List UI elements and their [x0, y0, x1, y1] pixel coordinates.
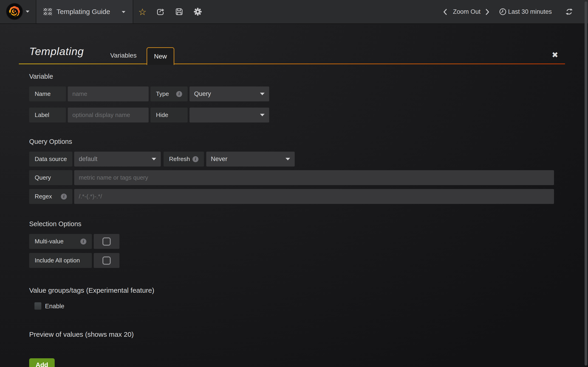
close-editor-icon[interactable]: ✖ [552, 51, 558, 59]
datasource-label: Data source [29, 152, 72, 167]
dashboard-title[interactable]: Templating Guide [57, 0, 110, 23]
time-shift-forward-icon[interactable] [485, 8, 490, 15]
main-menu-caret-icon[interactable] [26, 10, 29, 13]
enable-label: Enable [45, 303, 64, 310]
settings-gear-icon[interactable] [193, 7, 202, 16]
type-select[interactable]: Query [190, 86, 269, 101]
name-input[interactable] [68, 86, 149, 101]
scrollbar-thumb[interactable] [585, 1, 587, 366]
add-button-label: Add [36, 361, 48, 367]
hide-label: Hide [150, 108, 188, 123]
refresh-icon[interactable] [565, 8, 573, 16]
tab-new-label: New [154, 53, 167, 60]
include-all-label: Include All option [29, 253, 92, 268]
save-dashboard-icon[interactable] [175, 8, 183, 16]
enable-checkbox[interactable] [35, 302, 41, 310]
query-input[interactable] [74, 170, 554, 185]
label-input[interactable] [68, 108, 149, 123]
hide-select-caret-icon [260, 114, 265, 116]
star-dashboard-icon[interactable]: ☆ [138, 7, 147, 17]
preview-heading: Preview of values (shows max 20) [29, 331, 134, 338]
regex-label: Regex i [29, 189, 72, 204]
include-all-checkbox-box [103, 257, 111, 265]
multi-value-checkbox-box [103, 237, 111, 246]
refresh-select-value: Never [211, 156, 227, 163]
tab-new[interactable]: New [147, 47, 174, 65]
variable-section-heading: Variable [29, 73, 53, 80]
datasource-select-value: default [79, 156, 97, 163]
multi-value-checkbox[interactable] [94, 234, 120, 249]
zoom-out-button[interactable]: Zoom Out [453, 0, 481, 23]
regex-input[interactable] [74, 189, 554, 204]
type-select-value: Query [194, 90, 211, 98]
label-label: Label [29, 108, 66, 123]
clock-icon [499, 8, 507, 16]
type-select-caret-icon [260, 93, 265, 95]
query-options-heading: Query Options [29, 138, 72, 145]
multi-value-info-icon[interactable]: i [80, 239, 86, 244]
query-label: Query [29, 170, 72, 185]
include-all-checkbox[interactable] [94, 253, 120, 268]
time-range-picker[interactable]: Last 30 minutes [508, 0, 552, 23]
name-label: Name [29, 86, 66, 101]
refresh-label: Refresh i [164, 152, 204, 167]
datasource-select-caret-icon [152, 158, 156, 160]
navbar-separator-2 [133, 0, 133, 23]
refresh-select-caret-icon [285, 158, 290, 160]
datasource-select[interactable]: default [74, 152, 161, 167]
type-label: Type i [150, 86, 188, 101]
regex-info-icon[interactable]: i [61, 194, 67, 200]
refresh-info-icon[interactable]: i [192, 156, 199, 162]
editor-title: Templating [29, 45, 84, 58]
tab-underline [19, 64, 565, 64]
add-button[interactable]: Add [29, 358, 55, 367]
multi-value-label: Multi-value i [29, 234, 92, 249]
grafana-dashboard-settings: Templating Guide ☆ [0, 0, 588, 367]
grafana-logo[interactable] [6, 3, 23, 20]
selection-options-heading: Selection Options [29, 220, 81, 228]
dashboard-title-caret-icon[interactable] [122, 11, 125, 13]
time-shift-back-icon[interactable] [443, 8, 447, 15]
tab-variables[interactable]: Variables [110, 52, 137, 59]
value-groups-heading: Value groups/tags (Experimental feature) [29, 286, 154, 294]
hide-select[interactable] [190, 108, 269, 123]
navbar: Templating Guide ☆ [0, 0, 588, 24]
share-dashboard-icon[interactable] [156, 7, 165, 16]
dashboard-grid-icon [44, 8, 52, 15]
navbar-separator [36, 0, 36, 23]
type-info-icon[interactable]: i [176, 91, 182, 97]
refresh-select[interactable]: Never [206, 152, 295, 167]
